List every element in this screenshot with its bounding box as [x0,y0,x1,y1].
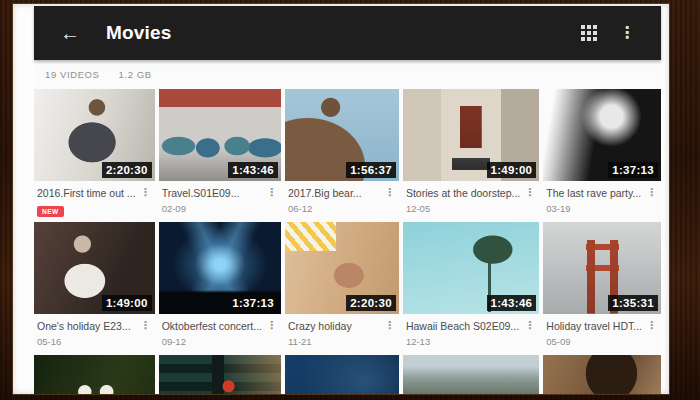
video-title: Holiday travel HDT... [546,320,642,333]
duration-badge: 1:49:00 [102,295,152,311]
golden-gate-bridge-thumbnail[interactable]: 1:35:31 [543,222,661,314]
item-menu-icon[interactable]: ⋮ [380,320,397,331]
man-sitting-outdoors-thumbnail[interactable]: 2:20:30 [34,89,155,181]
video-title: One's holiday E23... [37,320,136,333]
overflow-menu-icon[interactable]: ⋮ [615,23,639,43]
video-card[interactable] [159,355,281,394]
video-card[interactable]: 1:56:372017.Big bear...⋮06-12 [285,89,399,218]
man-pointing-sepia-thumbnail[interactable]: 1:49:00 [34,222,155,314]
folder-size-label: 1.2 GB [119,69,152,80]
item-menu-icon[interactable]: ⋮ [262,320,279,331]
page-title: Movies [106,22,172,44]
video-meta: Hawaii Beach S02E09...⋮12-13 [403,314,539,351]
video-card[interactable]: 1:43:46Travel.S01E09...⋮02-09 [159,89,281,218]
new-badge: NEW [37,206,64,217]
duration-badge: 2:20:30 [346,295,396,311]
item-menu-icon[interactable]: ⋮ [520,187,537,198]
video-title: Crazy holiday [288,320,380,333]
friends-sitting-wall-thumbnail[interactable]: 1:43:46 [159,89,281,181]
video-title: 2016.First time out ... [37,187,136,200]
video-title: Travel.S01E09... [162,187,262,200]
bear-blue-sky-thumbnail[interactable]: 1:56:37 [285,89,399,181]
brownstone-red-door-thumbnail[interactable]: 1:49:00 [403,89,539,181]
duration-badge: 1:35:31 [608,295,658,311]
video-date: 11-21 [288,336,397,347]
video-title: 2017.Big bear... [288,187,380,200]
video-card[interactable]: 2:20:302016.First time out ...⋮NEW [34,89,155,218]
device-screen: ← Movies ⋮ 19 VIDEOS 1.2 GB 2:20:302016.… [13,4,669,394]
concert-blue-lights-thumbnail[interactable]: 1:37:13 [159,222,281,314]
video-count-label: 19 VIDEOS [45,69,100,80]
video-date: 05-09 [546,336,659,347]
video-meta: 2017.Big bear...⋮06-12 [285,181,399,218]
folder-summary: 19 VIDEOS 1.2 GB [34,60,661,89]
duration-badge: 2:20:30 [102,162,152,178]
item-menu-icon[interactable]: ⋮ [642,320,659,331]
video-card[interactable] [285,355,399,394]
video-card[interactable] [543,355,661,394]
duration-badge: 1:43:46 [228,162,278,178]
duration-badge: 1:43:46 [487,295,537,311]
video-card[interactable]: 1:37:13Oktoberfest concert...⋮09-12 [159,222,281,351]
item-menu-icon[interactable]: ⋮ [262,187,279,198]
video-meta: Travel.S01E09...⋮02-09 [159,181,281,218]
video-meta: Holiday travel HDT...⋮05-09 [543,314,661,351]
dark-ocean-thumbnail[interactable] [285,355,399,394]
video-meta: Oktoberfest concert...⋮09-12 [159,314,281,351]
video-date: 12-13 [406,336,537,347]
duration-badge: 1:49:00 [487,162,537,178]
video-date: 09-12 [162,336,279,347]
video-title: Hawaii Beach S02E09... [406,320,520,333]
video-grid: 2:20:302016.First time out ...⋮NEW1:43:4… [34,89,661,394]
video-meta: Crazy holiday⋮11-21 [285,314,399,351]
laughing-woman-bw-thumbnail[interactable]: 1:37:13 [543,89,661,181]
video-title: Oktoberfest concert... [162,320,262,333]
mountain-valley-thumbnail[interactable] [403,355,539,394]
app-bar: ← Movies ⋮ [34,6,661,60]
video-meta: The last rave party...⋮03-19 [543,181,661,218]
video-date: 12-05 [406,203,537,214]
beach-sunbathing-thumbnail[interactable]: 2:20:30 [285,222,399,314]
palm-tree-sky-thumbnail[interactable]: 1:43:46 [403,222,539,314]
video-card[interactable]: 2:20:30Crazy holiday⋮11-21 [285,222,399,351]
video-gallery-app: ← Movies ⋮ 19 VIDEOS 1.2 GB 2:20:302016.… [34,6,661,394]
video-card[interactable]: 1:43:46Hawaii Beach S02E09...⋮12-13 [403,222,539,351]
video-date: 03-19 [546,203,659,214]
woman-brown-hair-thumbnail[interactable] [543,355,661,394]
video-date: 06-12 [288,203,397,214]
video-card[interactable]: 1:49:00One's holiday E23...⋮05-16 [34,222,155,351]
duration-badge: 1:56:37 [346,162,396,178]
duration-badge: 1:37:13 [608,162,658,178]
video-card[interactable] [403,355,539,394]
video-card[interactable]: 1:49:00Stories at the doorstep...⋮12-05 [403,89,539,218]
video-title: Stories at the doorstep... [406,187,520,200]
item-menu-icon[interactable]: ⋮ [136,320,153,331]
red-shoes-stairs-thumbnail[interactable] [159,355,281,394]
item-menu-icon[interactable]: ⋮ [136,187,153,198]
item-menu-icon[interactable]: ⋮ [642,187,659,198]
video-meta: 2016.First time out ...⋮NEW [34,181,155,218]
video-meta: One's holiday E23...⋮05-16 [34,314,155,351]
video-card[interactable] [34,355,155,394]
item-menu-icon[interactable]: ⋮ [520,320,537,331]
video-title: The last rave party... [546,187,642,200]
white-puppy-thumbnail[interactable] [34,355,155,394]
grid-view-icon[interactable] [581,25,585,29]
video-card[interactable]: 1:35:31Holiday travel HDT...⋮05-09 [543,222,661,351]
back-button[interactable]: ← [60,23,80,43]
item-menu-icon[interactable]: ⋮ [380,187,397,198]
video-meta: Stories at the doorstep...⋮12-05 [403,181,539,218]
duration-badge: 1:37:13 [228,295,278,311]
video-card[interactable]: 1:37:13The last rave party...⋮03-19 [543,89,661,218]
video-date: 05-16 [37,336,153,347]
video-date: 02-09 [162,203,279,214]
